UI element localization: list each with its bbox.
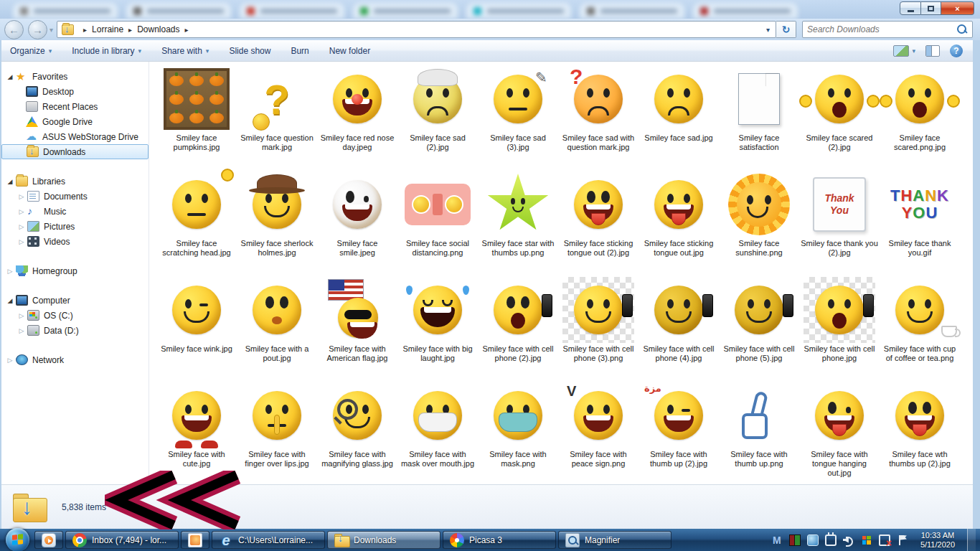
taskbar-button-ie[interactable]: eC:\Users\Lorraine... — [212, 531, 325, 549]
file-tile[interactable]: THANKYOUSmiley face thank you.gif — [880, 171, 960, 277]
file-tile[interactable]: Smiley face scratching head.jpg — [156, 171, 237, 277]
file-tile[interactable]: Smiley face sherlock holmes.jpg — [237, 171, 317, 277]
file-tile[interactable]: Smiley face red nose day.jpeg — [317, 66, 397, 171]
expander-icon[interactable]: ▷ — [4, 268, 16, 275]
minimize-button[interactable] — [900, 1, 921, 15]
refresh-button[interactable]: ↻ — [776, 21, 796, 38]
address-dropdown-icon[interactable]: ▾ — [760, 26, 776, 34]
file-tile[interactable]: Smiley face scared.png.jpg — [880, 66, 960, 171]
recent-pages-dropdown-icon[interactable]: ▾ — [50, 26, 53, 34]
file-tile[interactable]: Smiley face smile.jpeg — [317, 171, 397, 277]
file-tile[interactable]: Smiley face sad.jpg — [639, 66, 719, 171]
tray-icon-blue[interactable] — [807, 534, 819, 546]
sidebar-item-desktop[interactable]: Desktop — [1, 84, 149, 99]
breadcrumb-item[interactable]: Downloads — [137, 24, 179, 34]
file-tile[interactable]: Smiley face with American flag.jpg — [317, 277, 397, 382]
tray-icon-power[interactable] — [825, 534, 837, 546]
help-button[interactable]: ? — [950, 44, 963, 57]
toolbar-item-burn[interactable]: Burn — [291, 46, 308, 56]
sidebar-item-favorites[interactable]: ◢★Favorites — [1, 69, 149, 84]
sidebar-item-data-d-[interactable]: ▷Data (D:) — [1, 323, 149, 338]
file-tile[interactable]: Smiley face with magnifying glass.jpg — [317, 382, 397, 488]
sidebar-item-homegroup[interactable]: ▷Homegroup — [1, 263, 149, 278]
file-tile[interactable]: Smiley face with tongue hanging out.jpg — [799, 382, 880, 488]
views-button[interactable]: ▾ — [893, 45, 915, 57]
file-tile[interactable]: ?Smiley face question mark.jpg — [237, 66, 317, 171]
expander-icon[interactable]: ◢ — [4, 178, 16, 185]
expander-icon[interactable]: ▷ — [16, 312, 27, 319]
sidebar-item-pictures[interactable]: ▷Pictures — [1, 219, 149, 234]
toolbar-item-slide-show[interactable]: Slide show — [229, 46, 270, 56]
preview-pane-button[interactable] — [925, 45, 940, 57]
sidebar-item-os-c-[interactable]: ▷OS (C:) — [1, 308, 149, 323]
file-tile[interactable]: ✎Smiley face sad (3).jpg — [478, 66, 558, 171]
file-tile[interactable]: Smiley face with cell phone (3).png — [558, 277, 639, 382]
file-tile[interactable]: مزةSmiley face with thumb up (2).jpg — [639, 382, 719, 488]
sidebar-item-recent-places[interactable]: Recent Places — [1, 99, 149, 114]
taskbar-button-chrome[interactable]: Inbox (7,494) - lor... — [65, 531, 179, 549]
tray-icon-network-error[interactable] — [879, 534, 890, 546]
tray-icon-windows-update[interactable] — [861, 534, 872, 546]
file-tile[interactable]: Smiley face with thumb up.png — [719, 382, 799, 488]
file-tile[interactable]: Smiley face with a pout.jpg — [237, 277, 317, 382]
maximize-button[interactable] — [921, 1, 941, 15]
file-tile[interactable]: Smiley face with cell phone (2).jpg — [478, 277, 558, 382]
sidebar-item-documents[interactable]: ▷Documents — [1, 189, 149, 204]
toolbar-item-share-with[interactable]: Share with▾ — [161, 46, 209, 56]
file-tile[interactable]: VSmiley face with peace sign.png — [558, 382, 639, 488]
taskbar-button-folder[interactable]: ↓Downloads — [327, 531, 440, 549]
file-tile[interactable]: Smiley face wth thumbs up (2).jpg — [880, 382, 960, 488]
file-tile[interactable]: ThankYouSmiley face thank you (2).jpg — [799, 171, 880, 277]
expander-icon[interactable]: ▷ — [16, 327, 27, 334]
forward-button[interactable]: → — [28, 20, 47, 39]
sidebar-item-google-drive[interactable]: Google Drive — [1, 114, 149, 129]
file-tile[interactable]: Smiley face satisfaction — [719, 66, 799, 171]
file-tile[interactable]: ?Smiley face sad with question mark.jpg — [558, 66, 639, 171]
expander-icon[interactable]: ▷ — [16, 238, 27, 245]
sidebar-item-videos[interactable]: ▷Videos — [1, 234, 149, 249]
sidebar-item-downloads[interactable]: Downloads — [1, 144, 149, 159]
tray-icon-gmail[interactable]: M — [771, 534, 783, 546]
file-tile[interactable]: Smiley face with cell phone (4).jpg — [639, 277, 719, 382]
expander-icon[interactable]: ◢ — [4, 297, 16, 304]
file-tile[interactable]: Smiley face sad (2).jpg — [397, 66, 478, 171]
taskbar-button-picasa[interactable]: Picasa 3 — [443, 531, 556, 549]
taskbar-button-photos[interactable] — [181, 531, 209, 549]
file-tile[interactable]: Smiley face with cell phone (5).jpg — [719, 277, 799, 382]
sidebar-item-asus-webstorage-drive[interactable]: ☁ASUS WebStorage Drive — [1, 129, 149, 144]
breadcrumb[interactable]: ▸Lorraine▸Downloads▸ ▾ — [57, 21, 776, 38]
search-box[interactable] — [802, 21, 973, 38]
expander-icon[interactable]: ▷ — [16, 223, 27, 230]
expander-icon[interactable]: ▷ — [4, 357, 16, 364]
sidebar-item-libraries[interactable]: ◢Libraries — [1, 174, 149, 189]
taskbar-button-magnifier[interactable]: Magnifier — [558, 531, 672, 549]
file-tile[interactable]: Smiley face wink.jpg — [156, 277, 237, 382]
file-tile[interactable]: Smiley face sticking tongue out (2).jpg — [558, 171, 639, 277]
file-tile[interactable]: Smiley face with mask.png — [478, 382, 558, 488]
file-tile[interactable]: Smiley face with cute.jpg — [156, 382, 237, 488]
file-tile[interactable]: Smiley face with cell phone.jpg — [799, 277, 880, 382]
expander-icon[interactable]: ▷ — [16, 193, 27, 200]
file-tile[interactable]: Smiley face sticking tongue out.jpg — [639, 171, 719, 277]
sidebar-item-computer[interactable]: ◢Computer — [1, 293, 149, 308]
toolbar-item-include-in-library[interactable]: Include in library▾ — [72, 46, 141, 56]
tray-icon-volume[interactable] — [843, 534, 854, 546]
file-tile[interactable]: Smiley face with finger over lips.jpg — [237, 382, 317, 488]
file-tile[interactable]: Smiley face social distancing.png — [397, 171, 478, 277]
file-tile[interactable]: Smiley face pumpkins.jpg — [156, 66, 237, 171]
file-tile[interactable]: Smiley face with mask over mouth.jpg — [397, 382, 478, 488]
taskbar-button-wmp[interactable] — [34, 531, 63, 549]
expander-icon[interactable]: ◢ — [4, 73, 16, 80]
tray-icon-action-flag[interactable] — [897, 534, 908, 546]
clock[interactable]: 10:33 AM 5/11/2020 — [915, 531, 961, 550]
sidebar-item-network[interactable]: ▷Network — [1, 352, 149, 367]
toolbar-item-organize[interactable]: Organize▾ — [10, 46, 52, 56]
tray-icon-dual[interactable] — [789, 534, 801, 546]
toolbar-item-new-folder[interactable]: New folder — [329, 46, 370, 56]
close-button[interactable]: × — [941, 1, 974, 15]
show-desktop-button[interactable] — [967, 529, 976, 551]
file-tile[interactable]: Smiley face with big laught.jpg — [397, 277, 478, 382]
sidebar-item-music[interactable]: ▷♪Music — [1, 204, 149, 219]
file-tile[interactable]: Smiley face sunshine.png — [719, 171, 799, 277]
search-input[interactable] — [803, 24, 956, 34]
